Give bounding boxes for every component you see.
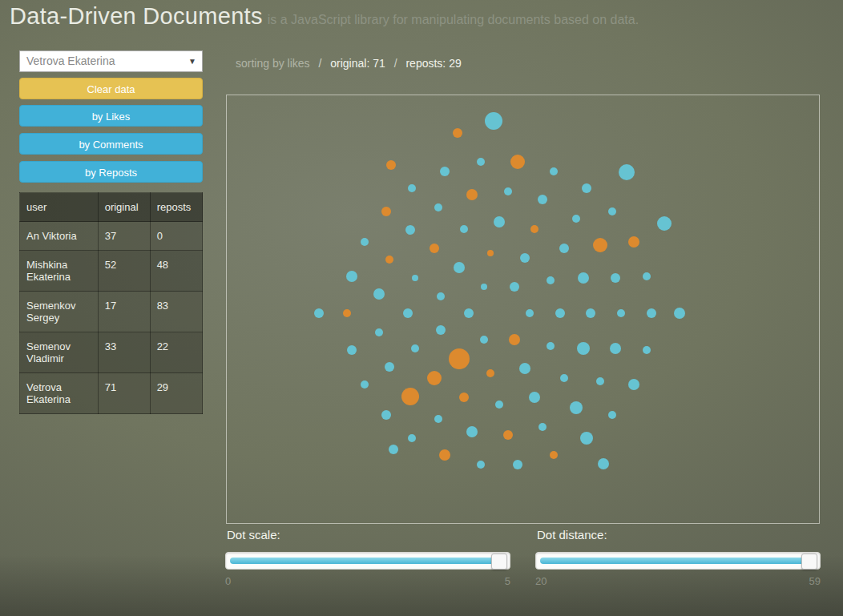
chart-dot	[593, 238, 607, 252]
chart-dot	[519, 363, 530, 374]
column-header-reposts: reposts	[150, 193, 202, 222]
cell-reposts: 22	[150, 332, 202, 373]
separator: /	[318, 57, 321, 70]
table-row[interactable]: Semenov Vladimir 33 22	[20, 332, 203, 373]
table-row[interactable]: Vetrova Ekaterina 71 29	[20, 373, 203, 414]
cell-user: Mishkina Ekaterina	[20, 251, 99, 292]
table-row[interactable]: Semenkov Sergey 17 83	[20, 292, 203, 332]
chart-dot	[495, 401, 503, 409]
chart-dot	[509, 334, 520, 345]
page: Data-Driven Documentsis a JavaScript lib…	[0, 0, 843, 616]
column-header-user: user	[20, 193, 99, 222]
chart-dot	[538, 423, 547, 431]
cell-original: 17	[98, 292, 150, 332]
chart-dot	[477, 158, 485, 166]
chart-dot	[619, 164, 635, 180]
chart-dot	[449, 348, 470, 369]
cell-reposts: 48	[150, 251, 202, 292]
dot-scale-slider-thumb[interactable]	[491, 554, 507, 570]
cell-original: 37	[98, 222, 150, 251]
column-header-original: original	[98, 193, 150, 222]
dot-distance-slider-thumb[interactable]	[801, 554, 817, 570]
chart-dot	[436, 325, 446, 335]
chart-dot	[485, 112, 502, 130]
chart-dot	[643, 272, 651, 280]
chart-dot	[427, 371, 442, 385]
table-row[interactable]: An Viktoria 37 0	[20, 222, 203, 251]
sort-by-likes-button[interactable]: by Likes	[19, 105, 203, 127]
chart-dot	[460, 225, 468, 233]
chart-dot	[401, 388, 419, 405]
cell-user: An Viktoria	[20, 222, 99, 251]
cell-reposts: 83	[150, 292, 202, 332]
chart-dot	[582, 183, 591, 193]
sort-by-reposts-button[interactable]: by Reposts	[19, 161, 203, 183]
chart-dot	[375, 328, 383, 336]
chart-dot	[628, 236, 639, 248]
cell-user: Semenkov Sergey	[20, 292, 99, 332]
user-select[interactable]: Vetrova Ekaterina ▼	[19, 50, 203, 72]
chart-dot	[434, 415, 442, 423]
chart-dot	[657, 216, 672, 231]
chart-dot	[494, 216, 505, 227]
chart-dot	[586, 308, 595, 318]
cell-user: Semenov Vladimir	[20, 332, 99, 373]
chart-dot	[454, 262, 465, 273]
chevron-down-icon: ▼	[188, 51, 196, 71]
status-line: sorting by likes / original: 71 / repost…	[236, 57, 462, 70]
chart-dot	[464, 308, 474, 318]
chart-dot	[486, 369, 494, 377]
chart-dot	[437, 292, 445, 300]
chart-dot	[346, 271, 357, 282]
chart-dot	[530, 225, 538, 233]
user-select-value: Vetrova Ekaterina	[26, 54, 115, 67]
chart-dot	[610, 343, 621, 354]
chart-dot	[412, 275, 418, 281]
chart-dot	[403, 308, 413, 318]
chart-dot	[611, 273, 620, 283]
dot-distance-label: Dot distance:	[537, 528, 821, 542]
chart-dot	[617, 309, 625, 317]
original-count: original: 71	[330, 57, 385, 70]
chart-dot	[373, 288, 385, 300]
page-header: Data-Driven Documentsis a JavaScript lib…	[10, 3, 833, 30]
chart-dot	[513, 460, 522, 469]
chart-dot	[674, 308, 685, 319]
sorting-mode-label: sorting by likes	[236, 57, 310, 70]
chart-dot	[314, 308, 324, 318]
chart-dot	[529, 392, 540, 403]
dot-scale-slider-group: Dot scale: 0 5	[225, 528, 510, 587]
sort-by-comments-button[interactable]: by Comments	[19, 133, 203, 155]
chart-dot	[578, 272, 589, 284]
chart-dot	[385, 362, 394, 372]
cell-reposts: 29	[150, 373, 202, 414]
dot-distance-slider-fill	[540, 558, 813, 564]
dot-scale-label: Dot scale:	[227, 528, 510, 542]
cell-user: Vetrova Ekaterina	[20, 373, 99, 414]
clear-data-button[interactable]: Clear data	[19, 78, 203, 99]
cell-original: 71	[98, 373, 150, 414]
chart-dot	[504, 187, 512, 195]
chart-dot	[481, 284, 487, 290]
chart-dot	[386, 160, 396, 170]
chart-dot	[643, 346, 651, 354]
page-title: Data-Driven Documents	[10, 3, 263, 29]
chart-dot	[580, 432, 593, 445]
chart-dot	[570, 401, 583, 414]
dot-distance-slider[interactable]	[535, 552, 821, 570]
cell-original: 33	[98, 332, 150, 373]
chart-dot	[439, 449, 450, 461]
chart-dot	[361, 380, 369, 389]
dot-scale-max: 5	[505, 575, 510, 587]
chart-dot	[466, 189, 478, 200]
chart-dot	[547, 276, 555, 284]
chart-dot	[408, 184, 416, 192]
chart-dot	[347, 345, 357, 355]
chart-dot	[411, 344, 419, 352]
chart-dot	[555, 308, 565, 318]
table-row[interactable]: Mishkina Ekaterina 52 48	[20, 251, 203, 292]
dot-distance-slider-group: Dot distance: 20 59	[535, 528, 821, 587]
chart-dot	[559, 244, 569, 253]
dot-scale-slider[interactable]	[225, 552, 510, 570]
chart-dot	[385, 256, 393, 264]
